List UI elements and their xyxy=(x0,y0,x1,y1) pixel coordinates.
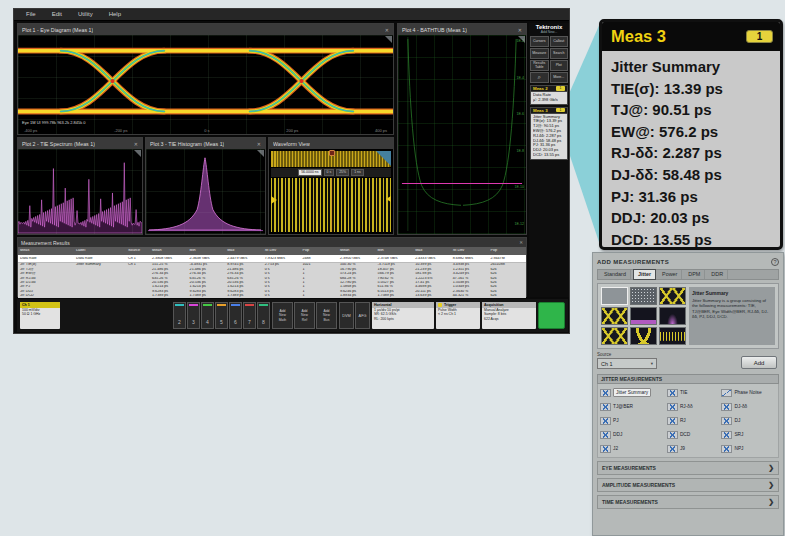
add-new-bus-button[interactable]: AddNewBus xyxy=(316,302,337,329)
close-icon[interactable]: ✕ xyxy=(519,240,523,245)
thumbnail-spect[interactable] xyxy=(630,307,657,325)
channel-6-button[interactable]: 6 xyxy=(229,302,242,329)
add-button[interactable]: Add xyxy=(741,356,777,369)
thumbnail-wave[interactable] xyxy=(659,327,686,345)
thumbnail-eyeX[interactable] xyxy=(601,327,628,345)
close-icon[interactable]: ✕ xyxy=(518,27,522,33)
measurement-rj[interactable]: RJ-δδ xyxy=(667,401,722,412)
source-value: Ch 1 xyxy=(601,361,613,367)
close-icon[interactable]: ✕ xyxy=(134,141,138,147)
sidebar-measure-button[interactable]: Measure xyxy=(530,48,549,59)
afg-button[interactable]: AFG xyxy=(355,302,370,329)
sidebar-callout-button[interactable]: Callout xyxy=(550,36,569,47)
tab-jitter[interactable]: Jitter xyxy=(633,269,656,280)
measurement-j9[interactable]: J9 xyxy=(667,443,722,454)
meas3-title: Meas 3 xyxy=(533,108,548,113)
channel-8-button[interactable]: 8 xyxy=(257,302,270,329)
plot-tie-histogram[interactable]: Plot 3 - TIE Histogram (Meas 1) ✕ xyxy=(145,137,266,235)
meas3-count-badge: 1 xyxy=(556,108,565,113)
bathtub-y-tick: 1E-12 xyxy=(514,222,524,226)
thumbnail-sel[interactable] xyxy=(601,287,628,305)
close-icon[interactable]: ✕ xyxy=(385,27,389,33)
sidebar-search-button[interactable]: Search xyxy=(550,48,569,59)
results-title: Measurement Results xyxy=(21,240,70,246)
measurement-tj-ber[interactable]: TJ@BER xyxy=(600,401,667,412)
sidebar-results-table-button[interactable]: Results Table xyxy=(530,60,549,71)
menu-utility[interactable]: Utility xyxy=(72,9,99,20)
waveform-view[interactable]: Waveform View 56.0000 ns0 s25%1 ns xyxy=(268,137,394,235)
resize-handle-icon[interactable] xyxy=(134,150,141,157)
plot-eye-diagram[interactable]: Plot 1 - Eye Diagram (Meas 1) ✕ xyxy=(17,23,394,135)
measurement-results-panel[interactable]: Measurement Results ✕ MeasLabelSourceMea… xyxy=(17,237,527,297)
close-icon[interactable]: ✕ xyxy=(257,141,261,147)
chevron-right-icon: ❯ xyxy=(768,464,774,472)
meas-readout-line: DCD: 13.55 ps xyxy=(533,153,565,158)
menu-edit[interactable]: Edit xyxy=(46,9,68,20)
thumbnail-hist[interactable] xyxy=(659,307,686,325)
resize-handle-icon[interactable] xyxy=(257,150,264,157)
measurement-tie[interactable]: TIE xyxy=(667,387,722,398)
channel-1-badge[interactable]: Ch 1 100 mV/div50 Ω 1 GHz xyxy=(20,302,60,329)
add-new-label[interactable]: Add New... xyxy=(529,30,569,34)
sidebar-plot-button[interactable]: Plot xyxy=(550,60,569,71)
thumbnail-bathtub[interactable] xyxy=(630,327,657,345)
section-label: AMPLITUDE MEASUREMENTS xyxy=(602,482,675,488)
help-icon[interactable]: ? xyxy=(771,258,779,266)
measurement-ddj[interactable]: DDJ xyxy=(600,429,667,440)
measurement-dj[interactable]: DJ xyxy=(721,415,776,426)
zoom-marker[interactable] xyxy=(329,150,335,156)
section-eye-measurements[interactable]: EYE MEASUREMENTS❯ xyxy=(597,461,779,475)
channel-2-button[interactable]: 2 xyxy=(173,302,186,329)
meas2-badge[interactable]: Meas 21 Data Rateµ': 2.398 Gb/s xyxy=(530,85,568,105)
jitter-measurements-header[interactable]: JITTER MEASUREMENTS xyxy=(597,374,779,384)
thumbnail-eyeX[interactable] xyxy=(601,307,628,325)
acquisition-badge[interactable]: AcquisitionManual AnalyzeSample: 8 bits6… xyxy=(482,302,536,329)
eye-x-tick: -200 ps xyxy=(114,128,127,133)
menu-help[interactable]: Help xyxy=(103,9,127,20)
plot-bathtub[interactable]: Plot 4 - BATHTUB (Meas 1) ✕ 1E-21E-41E-6… xyxy=(397,23,527,235)
measurement-npj[interactable]: NPJ xyxy=(721,443,776,454)
dvm-button[interactable]: DVM xyxy=(339,302,354,329)
measurement-pj[interactable]: PJ xyxy=(600,415,667,426)
channel-5-button[interactable]: 5 xyxy=(215,302,228,329)
resize-handle-icon[interactable] xyxy=(385,36,392,43)
tab-dpm[interactable]: DPM xyxy=(684,270,705,279)
measurement-label: TJ@BER xyxy=(613,404,633,409)
acquisition-readout: 622 Acqs xyxy=(482,317,536,321)
jitter-measurements-grid: Jitter SummaryTIEPhase NoiseTJ@BERRJ-δδD… xyxy=(597,384,779,458)
measurement-jitter-summary[interactable]: Jitter Summary xyxy=(600,387,667,398)
measurement-srj[interactable]: SRJ xyxy=(721,429,776,440)
measurement-rj[interactable]: RJ xyxy=(667,415,722,426)
meas3-badge[interactable]: Meas 31 Jitter SummaryTIE(σ): 13.39 psTJ… xyxy=(530,107,568,160)
trigger-badge[interactable]: TriggerPulse Width< 2 ns Ch 1 xyxy=(436,302,480,329)
channel-3-button[interactable]: 3 xyxy=(187,302,200,329)
menu-file[interactable]: File xyxy=(20,9,42,20)
trigger-slope-icon xyxy=(438,303,442,307)
sidebar-zoom-button[interactable]: ⌕ xyxy=(530,72,549,83)
section-time-measurements[interactable]: TIME MEASUREMENTS❯ xyxy=(597,495,779,509)
source-select[interactable]: Ch 1 ▾ xyxy=(597,358,657,369)
tab-power[interactable]: Power xyxy=(658,270,682,279)
plot-tie-spectrum[interactable]: Plot 2 - TIE Spectrum (Meas 1) ✕ xyxy=(17,137,143,235)
add-new-math-button[interactable]: AddNewMath xyxy=(272,302,293,329)
thumbnail-scatter[interactable] xyxy=(630,287,657,305)
sidebar-more-button[interactable]: More... xyxy=(550,72,569,83)
section-amplitude-measurements[interactable]: AMPLITUDE MEASUREMENTS❯ xyxy=(597,478,779,492)
thumbnail-eyeX[interactable] xyxy=(659,287,686,305)
channel-4-button[interactable]: 4 xyxy=(201,302,214,329)
measurement-dcd[interactable]: DCD xyxy=(667,429,722,440)
tab-ddr[interactable]: DDR xyxy=(707,270,728,279)
horizontal-badge[interactable]: Horizontal1 µs/div 10 ps/ptSR: 62.5 GS/s… xyxy=(372,302,434,329)
results-column-header: St Dev xyxy=(451,249,489,253)
measurement-dj[interactable]: DJ-δδ xyxy=(721,401,776,412)
run-stop-button[interactable] xyxy=(538,302,565,329)
measurement-j2[interactable]: J2 xyxy=(600,443,667,454)
add-new-ref-button[interactable]: AddNewRef xyxy=(294,302,315,329)
tab-standard[interactable]: Standard xyxy=(600,270,631,279)
sidebar-cursors-button[interactable]: Cursors xyxy=(530,36,549,47)
measurement-phase-noise[interactable]: Phase Noise xyxy=(721,387,776,398)
plot-title-bar: Plot 3 - TIE Histogram (Meas 1) ✕ xyxy=(146,138,265,149)
resize-handle-icon[interactable] xyxy=(518,36,525,43)
channel-7-button[interactable]: 7 xyxy=(243,302,256,329)
results-column-header: Max xyxy=(413,249,451,253)
